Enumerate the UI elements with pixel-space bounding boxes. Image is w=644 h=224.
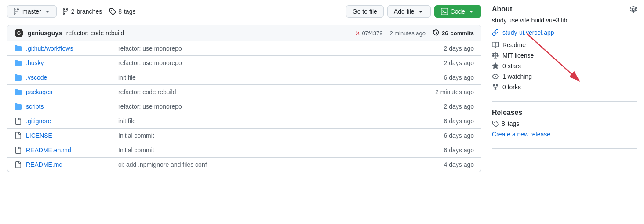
folder-icon bbox=[15, 74, 22, 81]
about-description: study use vite build vue3 lib bbox=[492, 17, 637, 24]
file-commit: ci: add .npmignore and files conf bbox=[118, 161, 426, 168]
commit-row: G geniusguys refactor: code rebuild ✕ 07… bbox=[7, 25, 481, 41]
file-name[interactable]: README.en.md bbox=[26, 147, 114, 154]
commit-author[interactable]: geniusguys bbox=[28, 29, 62, 37]
file-time: 2 days ago bbox=[430, 59, 474, 66]
branches-link[interactable]: 2 branches bbox=[62, 8, 102, 15]
branch-selector[interactable]: master bbox=[7, 5, 57, 18]
file-name[interactable]: scripts bbox=[26, 103, 114, 110]
about-title: About bbox=[492, 5, 637, 13]
sidebar: About study use vite build vue3 lib stud… bbox=[492, 5, 637, 172]
license-item: MIT license bbox=[492, 52, 637, 59]
table-row[interactable]: .github/workflows refactor: use monorepo… bbox=[7, 41, 481, 56]
file-name[interactable]: LICENSE bbox=[26, 132, 114, 139]
folder-icon bbox=[15, 45, 22, 52]
file-time: 6 days ago bbox=[430, 74, 474, 81]
file-time: 2 days ago bbox=[430, 103, 474, 110]
table-row[interactable]: LICENSE Initial commit 6 days ago bbox=[7, 129, 481, 143]
branches-meta-icon bbox=[62, 8, 69, 15]
file-commit: Initial commit bbox=[118, 147, 426, 154]
commits-link[interactable]: 26 commits bbox=[433, 29, 474, 37]
table-row[interactable]: .husky refactor: use monorepo 2 days ago bbox=[7, 56, 481, 70]
tag-icon bbox=[109, 8, 116, 15]
table-row[interactable]: scripts refactor: use monorepo 2 days ag… bbox=[7, 99, 481, 114]
table-row[interactable]: README.md ci: add .npmignore and files c… bbox=[7, 158, 481, 172]
readme-label: Readme bbox=[502, 41, 526, 48]
book-icon bbox=[492, 41, 499, 48]
go-to-file-button[interactable]: Go to file bbox=[346, 5, 384, 18]
about-section: About study use vite build vue3 lib stud… bbox=[492, 5, 637, 91]
chevron-down-icon bbox=[468, 8, 475, 15]
add-file-button[interactable]: Add file bbox=[387, 5, 431, 18]
tags-label: tags bbox=[124, 8, 135, 15]
file-commit: init file bbox=[118, 74, 426, 81]
file-table: .github/workflows refactor: use monorepo… bbox=[7, 41, 481, 172]
file-name[interactable]: .husky bbox=[26, 59, 114, 66]
law-icon bbox=[492, 52, 499, 59]
branches-count: 2 bbox=[71, 8, 75, 15]
file-name[interactable]: README.md bbox=[26, 161, 114, 168]
table-row[interactable]: .vscode init file 6 days ago bbox=[7, 70, 481, 85]
table-row[interactable]: .gitignore init file 6 days ago bbox=[7, 114, 481, 129]
file-time: 6 days ago bbox=[430, 147, 474, 154]
forks-item: 0 forks bbox=[492, 84, 637, 91]
code-icon bbox=[441, 8, 448, 15]
watching-item: 1 watching bbox=[492, 73, 637, 80]
file-icon bbox=[15, 118, 22, 125]
history-icon bbox=[433, 29, 440, 37]
fork-icon bbox=[492, 84, 499, 91]
file-time: 2 days ago bbox=[430, 45, 474, 52]
file-commit: init file bbox=[118, 118, 426, 125]
releases-count: 8 bbox=[502, 120, 505, 127]
file-commit: refactor: use monorepo bbox=[118, 103, 426, 110]
settings-icon[interactable] bbox=[630, 6, 637, 13]
chevron-down-icon bbox=[44, 8, 51, 15]
file-time: 2 minutes ago bbox=[430, 88, 474, 95]
folder-icon bbox=[15, 59, 22, 66]
commits-label: commits bbox=[451, 30, 474, 37]
file-time: 6 days ago bbox=[430, 118, 474, 125]
star-icon bbox=[492, 62, 499, 70]
tag-releases-icon bbox=[492, 120, 499, 127]
x-icon: ✕ bbox=[355, 30, 360, 37]
file-name[interactable]: .gitignore bbox=[26, 118, 114, 125]
branches-label: branches bbox=[77, 8, 102, 15]
folder-icon bbox=[15, 88, 22, 95]
divider-bottom bbox=[492, 148, 637, 149]
releases-tags: 8 tags bbox=[492, 120, 637, 127]
file-name[interactable]: .vscode bbox=[26, 74, 114, 81]
releases-tags-label: tags bbox=[508, 120, 519, 127]
file-time: 6 days ago bbox=[430, 132, 474, 139]
commit-hash[interactable]: ✕ 07f4379 bbox=[355, 30, 382, 37]
branch-icon bbox=[13, 8, 20, 15]
chevron-down-icon bbox=[417, 8, 424, 15]
stars-item: 0 stars bbox=[492, 62, 637, 70]
website-url: study-ui.vercel.app bbox=[502, 29, 554, 36]
tags-count: 8 bbox=[118, 8, 122, 15]
file-name[interactable]: packages bbox=[26, 88, 114, 95]
create-release-link[interactable]: Create a new release bbox=[492, 131, 550, 138]
file-icon bbox=[15, 161, 22, 168]
file-commit: refactor: code rebuild bbox=[118, 88, 426, 95]
tags-link[interactable]: 8 tags bbox=[109, 8, 135, 15]
divider bbox=[492, 101, 637, 102]
table-row[interactable]: README.en.md Initial commit 6 days ago bbox=[7, 143, 481, 158]
table-row[interactable]: packages refactor: code rebuild 2 minute… bbox=[7, 85, 481, 99]
readme-item: Readme bbox=[492, 41, 637, 48]
file-name[interactable]: .github/workflows bbox=[26, 45, 114, 52]
eye-icon bbox=[492, 73, 499, 80]
file-time: 4 days ago bbox=[430, 161, 474, 168]
license-label: MIT license bbox=[502, 52, 534, 59]
folder-icon bbox=[15, 103, 22, 110]
link-icon bbox=[492, 29, 499, 36]
code-button[interactable]: Code bbox=[434, 5, 481, 18]
commit-message: refactor: code rebuild bbox=[66, 29, 124, 37]
watching-label: 1 watching bbox=[502, 73, 532, 80]
file-commit: refactor: use monorepo bbox=[118, 59, 426, 66]
file-commit: Initial commit bbox=[118, 132, 426, 139]
commit-time: 2 minutes ago bbox=[389, 30, 426, 37]
releases-section: Releases 8 tags Create a new release bbox=[492, 109, 637, 138]
website-link[interactable]: study-ui.vercel.app bbox=[492, 29, 637, 36]
file-icon bbox=[15, 132, 22, 139]
branch-name: master bbox=[22, 8, 41, 15]
